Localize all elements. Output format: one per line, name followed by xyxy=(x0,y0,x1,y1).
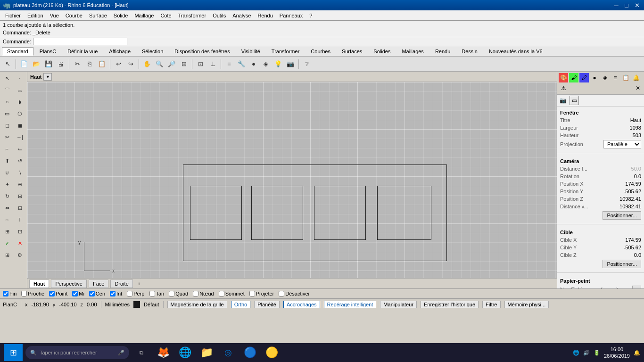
snap-checkbox-quad[interactable] xyxy=(169,291,174,296)
toolbar-tab-8[interactable]: Courbes xyxy=(305,47,336,56)
rotate-tool[interactable]: ↻ xyxy=(1,190,13,202)
viewport-tab-face[interactable]: Face xyxy=(89,280,108,288)
historique-btn[interactable]: Enregistrer l'historique xyxy=(421,301,479,308)
search-bar[interactable]: 🔍 Taper ici pour rechercher 🎤 xyxy=(25,346,129,359)
trim-tool[interactable]: ✂ xyxy=(1,132,13,143)
rp-color1[interactable]: 🎨 xyxy=(559,73,568,82)
pan[interactable]: ✋ xyxy=(141,58,153,70)
circle-tool[interactable]: ○ xyxy=(1,96,13,107)
viewport-dropdown[interactable]: ▼ xyxy=(43,73,52,81)
menu-item-transformer[interactable]: Transformer xyxy=(175,12,210,19)
rp-color2[interactable]: 🖌 xyxy=(569,73,578,82)
boolean-union[interactable]: ∪ xyxy=(1,167,13,178)
rp-cible-position-btn[interactable]: Positionner... xyxy=(603,260,641,268)
print[interactable]: 🖨 xyxy=(55,58,66,70)
toolbar-tab-2[interactable]: Définir la vue xyxy=(62,47,103,56)
menu-item-?[interactable]: ? xyxy=(306,12,315,19)
ortho-btn[interactable]: Ortho xyxy=(231,301,251,308)
snap-checkbox-fin[interactable] xyxy=(3,291,8,296)
menu-item-solide[interactable]: Solide xyxy=(110,12,132,19)
mirror-tool[interactable]: ⇔ xyxy=(1,202,13,214)
reperage-btn[interactable]: Repérage intelligent xyxy=(324,301,377,308)
snap-checkbox-point[interactable] xyxy=(49,291,55,296)
rp-camera-position-btn[interactable]: Positionner... xyxy=(603,211,641,220)
magnet-btn[interactable]: Magnétisme de la grille xyxy=(167,301,227,308)
notification-icon[interactable]: 🔔 xyxy=(634,350,640,356)
snap-checkbox-perp[interactable] xyxy=(127,291,132,296)
zoom-in[interactable]: 🔍 xyxy=(154,58,165,70)
memoire-btn[interactable]: Mémoire physi... xyxy=(504,301,549,308)
grid-background[interactable]: y x xyxy=(27,82,557,278)
menu-item-surface[interactable]: Surface xyxy=(86,12,110,19)
menu-item-rendu[interactable]: Rendu xyxy=(254,12,276,19)
rp-alert1[interactable]: 🔔 xyxy=(631,73,641,82)
snap-checkbox-int[interactable] xyxy=(110,291,116,296)
array-tool[interactable]: ⊟ xyxy=(14,202,26,214)
rp-close[interactable]: ✕ xyxy=(633,83,643,93)
snap-checkbox-noeud[interactable] xyxy=(193,291,198,296)
menu-item-vue[interactable]: Vue xyxy=(47,12,62,19)
manipulateur-btn[interactable]: Manipulateur xyxy=(380,301,417,308)
accrochages-btn[interactable]: Accrochages xyxy=(283,301,320,308)
render[interactable]: ● xyxy=(248,58,259,70)
filtre-btn[interactable]: Filtre xyxy=(482,301,500,308)
toolbar-tab-11[interactable]: Maillages xyxy=(396,47,429,56)
toolbar-tab-3[interactable]: Affichage xyxy=(104,47,136,56)
rect-tool[interactable]: ▭ xyxy=(1,108,13,119)
scale-tool[interactable]: ⊞ xyxy=(14,190,26,202)
menu-item-outils[interactable]: Outils xyxy=(209,12,229,19)
rp-prop[interactable]: 📋 xyxy=(621,73,630,82)
help[interactable]: ? xyxy=(301,58,313,70)
mesh-tool[interactable]: ⊞ xyxy=(1,249,13,261)
boolean-diff[interactable]: ∖ xyxy=(14,167,26,178)
zoom-extent[interactable]: ⊞ xyxy=(178,58,190,70)
curve-tool2[interactable]: ⌓ xyxy=(14,84,26,96)
rp-photo-icon[interactable]: 📷 xyxy=(558,96,568,105)
rp-material[interactable]: ◈ xyxy=(600,73,610,82)
materials[interactable]: ◈ xyxy=(260,58,272,70)
save-file[interactable]: 💾 xyxy=(43,58,54,70)
dimension-tool[interactable]: ↔ xyxy=(1,214,13,225)
revolve-tool[interactable]: ↺ xyxy=(14,155,26,166)
maximize-button[interactable]: □ xyxy=(622,2,631,9)
arc-tool[interactable]: ◗ xyxy=(14,96,26,107)
surface-tool[interactable]: ◻ xyxy=(1,120,13,131)
planeite-btn[interactable]: Planéité xyxy=(254,301,280,308)
chamfer-tool[interactable]: ⌙ xyxy=(14,143,26,155)
ortho[interactable]: ⊥ xyxy=(207,58,218,70)
menu-item-cote[interactable]: Cote xyxy=(157,12,174,19)
checkmark-btn[interactable]: ✓ xyxy=(1,238,13,249)
toolbar-tab-6[interactable]: Visibilité xyxy=(236,47,265,56)
menu-item-courbe[interactable]: Courbe xyxy=(62,12,86,19)
app3-icon[interactable]: 🌐 xyxy=(175,344,194,361)
cancel-btn[interactable]: ✕ xyxy=(14,238,26,249)
select-btn[interactable]: ↖ xyxy=(1,73,13,84)
command-input[interactable] xyxy=(33,38,127,45)
cut[interactable]: ✂ xyxy=(72,58,83,70)
toolbar-tab-1[interactable]: PlansC xyxy=(34,47,61,56)
taskview-btn[interactable]: ⧉ xyxy=(132,344,151,361)
toolbar-tab-14[interactable]: Nouveautés dans la V6 xyxy=(484,47,548,56)
viewport-tab-droite[interactable]: Droite xyxy=(110,280,132,288)
toolbar-tab-13[interactable]: Dessin xyxy=(456,47,483,56)
snap-checkbox-sommet[interactable] xyxy=(219,291,224,296)
snap-checkbox-projeter[interactable] xyxy=(249,291,255,296)
snap-checkbox-tan[interactable] xyxy=(149,291,155,296)
rp-layer[interactable]: ≡ xyxy=(611,73,620,82)
add-viewport-btn[interactable]: + xyxy=(135,280,143,288)
extend-tool[interactable]: →| xyxy=(14,132,26,143)
fillet-tool[interactable]: ⌐ xyxy=(1,143,13,155)
toolbar-tab-7[interactable]: Transformer xyxy=(266,47,305,56)
open-file[interactable]: 📂 xyxy=(31,58,42,70)
select-tool[interactable]: ↖ xyxy=(2,58,13,70)
viewport-tab-haut[interactable]: Haut xyxy=(29,280,49,288)
snap-btn[interactable]: ⊡ xyxy=(14,226,26,237)
grid-snap[interactable]: ⊡ xyxy=(195,58,206,70)
layers[interactable]: ≡ xyxy=(223,58,235,70)
menu-item-fichier[interactable]: Fichier xyxy=(2,12,24,19)
snap-checkbox-proche[interactable] xyxy=(21,291,27,296)
firefox-icon[interactable]: 🦊 xyxy=(154,344,173,361)
analysis-tool[interactable]: ⚙ xyxy=(14,249,26,261)
rp-projection-select[interactable]: Parallèle Perspective xyxy=(603,140,641,148)
nurbs-tool[interactable]: ◼ xyxy=(14,120,26,131)
